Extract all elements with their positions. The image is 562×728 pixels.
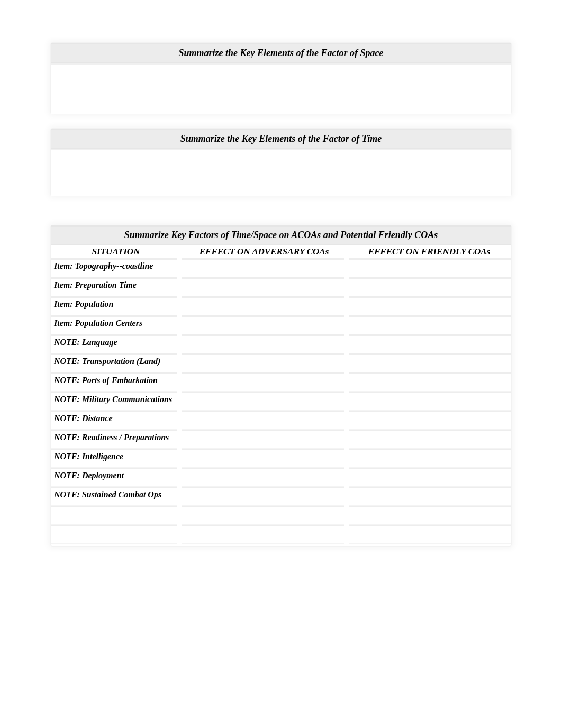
adversary-cell[interactable]	[182, 392, 344, 411]
adversary-cell[interactable]	[182, 525, 344, 544]
col-header-situation: SITUATION	[53, 247, 179, 257]
factor-time-panel: Summarize the Key Elements of the Factor…	[50, 128, 512, 196]
situation-cell[interactable]: Item: Preparation Time	[51, 277, 177, 296]
friendly-cell[interactable]	[349, 468, 511, 487]
table-row	[51, 506, 511, 525]
situation-cell[interactable]: NOTE: Sustained Combat Ops	[51, 487, 177, 506]
adversary-cell[interactable]	[182, 411, 344, 430]
friendly-cell[interactable]	[349, 258, 511, 277]
matrix-headers: SITUATION EFFECT ON ADVERSARY COAs EFFEC…	[51, 245, 511, 258]
matrix-rows: Item: Topography--coastlineItem: Prepara…	[51, 258, 511, 544]
table-row: NOTE: Deployment	[51, 468, 511, 487]
friendly-cell[interactable]	[349, 411, 511, 430]
situation-cell[interactable]: NOTE: Ports of Embarkation	[51, 372, 177, 392]
adversary-cell[interactable]	[182, 258, 344, 277]
friendly-cell[interactable]	[349, 487, 511, 506]
factor-space-title: Summarize the Key Elements of the Factor…	[51, 43, 511, 63]
adversary-cell[interactable]	[182, 353, 344, 372]
adversary-cell[interactable]	[182, 430, 344, 449]
page-root: Summarize the Key Elements of the Factor…	[0, 0, 562, 652]
situation-cell[interactable]: Item: Population Centers	[51, 315, 177, 334]
adversary-cell[interactable]	[182, 506, 344, 525]
table-row: Item: Topography--coastline	[51, 258, 511, 277]
situation-cell[interactable]: NOTE: Transportation (Land)	[51, 353, 177, 372]
friendly-cell[interactable]	[349, 315, 511, 334]
factor-time-title: Summarize the Key Elements of the Factor…	[51, 129, 511, 149]
situation-cell[interactable]	[51, 525, 177, 544]
col-header-adversary: EFFECT ON ADVERSARY COAs	[184, 247, 344, 257]
factor-space-panel: Summarize the Key Elements of the Factor…	[50, 42, 512, 114]
table-row: NOTE: Ports of Embarkation	[51, 372, 511, 392]
matrix-panel: Summarize Key Factors of Time/Space on A…	[50, 225, 512, 547]
table-row: NOTE: Sustained Combat Ops	[51, 487, 511, 506]
factor-space-body[interactable]	[51, 63, 511, 114]
situation-cell[interactable]	[51, 506, 177, 525]
friendly-cell[interactable]	[349, 525, 511, 544]
situation-cell[interactable]: NOTE: Deployment	[51, 468, 177, 487]
friendly-cell[interactable]	[349, 430, 511, 449]
adversary-cell[interactable]	[182, 372, 344, 392]
friendly-cell[interactable]	[349, 372, 511, 392]
friendly-cell[interactable]	[349, 353, 511, 372]
situation-cell[interactable]: Item: Topography--coastline	[51, 258, 177, 277]
situation-cell[interactable]: NOTE: Language	[51, 334, 177, 353]
adversary-cell[interactable]	[182, 468, 344, 487]
friendly-cell[interactable]	[349, 334, 511, 353]
situation-cell[interactable]: NOTE: Distance	[51, 411, 177, 430]
table-row: NOTE: Intelligence	[51, 449, 511, 468]
adversary-cell[interactable]	[182, 487, 344, 506]
friendly-cell[interactable]	[349, 506, 511, 525]
matrix-title: Summarize Key Factors of Time/Space on A…	[51, 225, 511, 245]
table-row: NOTE: Distance	[51, 411, 511, 430]
friendly-cell[interactable]	[349, 449, 511, 468]
table-row: Item: Preparation Time	[51, 277, 511, 296]
adversary-cell[interactable]	[182, 315, 344, 334]
friendly-cell[interactable]	[349, 392, 511, 411]
table-row: NOTE: Transportation (Land)	[51, 353, 511, 372]
situation-cell[interactable]: NOTE: Readiness / Preparations	[51, 430, 177, 449]
table-row: NOTE: Readiness / Preparations	[51, 430, 511, 449]
table-row: Item: Population	[51, 296, 511, 315]
situation-cell[interactable]: NOTE: Military Communications	[51, 392, 177, 411]
adversary-cell[interactable]	[182, 296, 344, 315]
col-header-friendly: EFFECT ON FRIENDLY COAs	[349, 247, 509, 257]
adversary-cell[interactable]	[182, 277, 344, 296]
situation-cell[interactable]: NOTE: Intelligence	[51, 449, 177, 468]
table-row: NOTE: Military Communications	[51, 392, 511, 411]
adversary-cell[interactable]	[182, 334, 344, 353]
table-row: Item: Population Centers	[51, 315, 511, 334]
table-row: NOTE: Language	[51, 334, 511, 353]
friendly-cell[interactable]	[349, 296, 511, 315]
adversary-cell[interactable]	[182, 449, 344, 468]
table-row	[51, 525, 511, 544]
factor-time-body[interactable]	[51, 149, 511, 196]
spacer	[50, 210, 512, 225]
situation-cell[interactable]: Item: Population	[51, 296, 177, 315]
friendly-cell[interactable]	[349, 277, 511, 296]
